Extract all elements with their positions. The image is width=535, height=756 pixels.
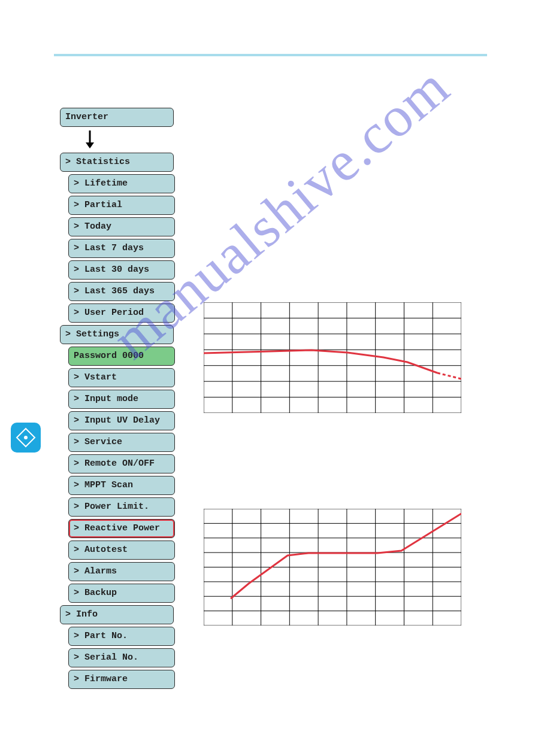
menu-item-today[interactable]: > Today [68,217,175,236]
menu-item-last-30-days[interactable]: > Last 30 days [68,260,175,280]
menu-item-user-period[interactable]: > User Period [68,303,175,323]
chart-q-vs-v [204,509,461,626]
menu-item-input-mode[interactable]: > Input mode [68,390,175,409]
chart-cos-phi [204,302,461,413]
top-header-rule [54,54,487,56]
menu-item-last-365-days[interactable]: > Last 365 days [68,282,175,301]
menu-item-part-no[interactable]: > Part No. [68,627,175,646]
menu-item-power-limit[interactable]: > Power Limit. [68,497,175,517]
menu-item-partial[interactable]: > Partial [68,196,175,215]
menu-item-lifetime[interactable]: > Lifetime [68,174,175,193]
menu-item-alarms[interactable]: > Alarms [68,562,175,581]
arrow-down-icon [84,130,96,148]
operation-badge [11,423,41,453]
menu-root-label: Inverter [65,112,108,122]
menu-item-remote-on-off[interactable]: > Remote ON/OFF [68,454,175,473]
menu-item-info[interactable]: > Info [60,605,174,624]
menu-item-service[interactable]: > Service [68,433,175,452]
menu-item-backup[interactable]: > Backup [68,584,175,603]
menu-item-mppt-scan[interactable]: > MPPT Scan [68,476,175,495]
menu-item-reactive-power[interactable]: > Reactive Power [68,519,175,538]
menu-item-vstart[interactable]: > Vstart [68,368,175,387]
menu-item-settings[interactable]: > Settings [60,325,174,344]
menu-item-firmware[interactable]: > Firmware [68,670,175,689]
menu-item-autotest[interactable]: > Autotest [68,541,175,560]
menu-root[interactable]: Inverter [60,108,174,127]
svg-marker-3 [86,142,94,148]
menu-item-last-7-days[interactable]: > Last 7 days [68,239,175,258]
menu-item-statistics[interactable]: > Statistics [60,153,174,172]
svg-point-1 [24,436,28,439]
menu-item-input-uv-delay[interactable]: > Input UV Delay [68,411,175,430]
menu-item-password-0000[interactable]: Password 0000 [68,347,175,366]
menu-item-serial-no[interactable]: > Serial No. [68,648,175,667]
menu-tree: Inverter > Statistics> Lifetime> Partial… [60,108,180,691]
